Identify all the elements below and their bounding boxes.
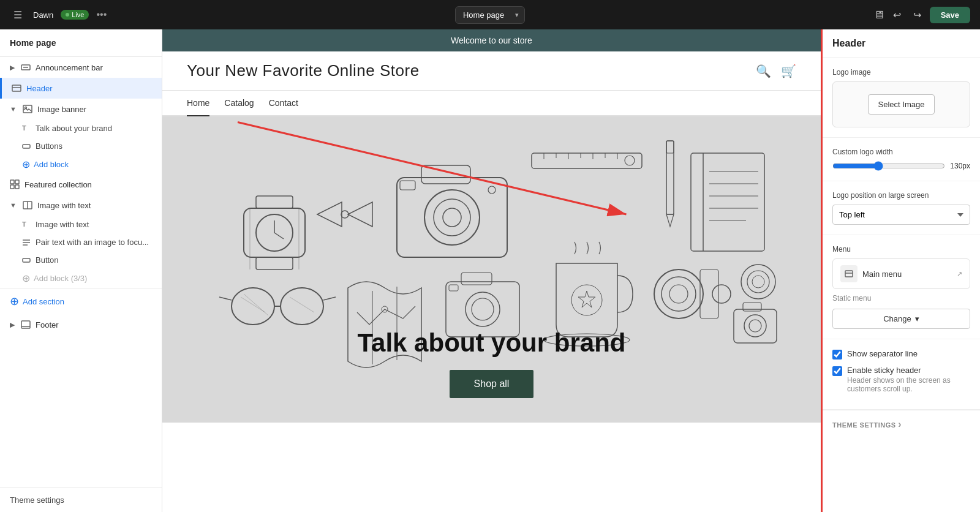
logo-width-value: 130px: [950, 162, 970, 170]
select-image-button[interactable]: Select Image: [868, 94, 935, 115]
svg-marker-45: [666, 214, 674, 227]
text-icon: T: [22, 124, 31, 133]
banner-text-overlay: Talk about your brand Shop all: [358, 328, 626, 398]
logo-position-section: Logo position on large screen Top left T…: [823, 181, 980, 235]
show-separator-checkbox[interactable]: [832, 350, 842, 360]
sub-item-image-with-text[interactable]: T Image with text: [0, 216, 162, 233]
sidebar-item-footer[interactable]: ▶ Footer: [0, 314, 162, 335]
announcement-text: Welcome to our store: [451, 36, 532, 45]
image-banner-preview: Talk about your brand Shop all: [162, 116, 821, 423]
svg-point-68: [472, 298, 494, 320]
svg-line-58: [323, 297, 336, 300]
svg-point-31: [434, 199, 470, 236]
desktop-icon[interactable]: 🖥: [873, 9, 884, 21]
live-label: Live: [72, 11, 84, 18]
menu-label: Menu: [832, 245, 970, 254]
svg-point-79: [744, 315, 766, 337]
theme-settings-section[interactable]: THEME SETTINGS ›: [823, 410, 980, 439]
store-preview: Welcome to our store Your New Favorite O…: [162, 29, 821, 512]
save-button[interactable]: Save: [930, 7, 970, 23]
nav-catalog[interactable]: Catalog: [224, 91, 254, 116]
svg-point-82: [747, 271, 769, 293]
sub-item-button[interactable]: Button: [0, 251, 162, 269]
sidebar-item-featured-collection[interactable]: Featured collection: [0, 174, 162, 195]
menu-item-name: Main menu: [862, 269, 952, 279]
sub-item-pair-text[interactable]: Pair text with an image to focu...: [0, 233, 162, 251]
sidebar-item-header[interactable]: Header: [0, 78, 162, 99]
panel-header: Header: [823, 29, 980, 58]
svg-rect-29: [421, 165, 470, 184]
buttons-icon: [22, 142, 31, 151]
main-layout: Home page ▶ Announcement bar Header ▼ Im…: [0, 29, 980, 512]
chevron-right-icon-footer: ▶: [10, 321, 15, 329]
collapse-icon[interactable]: ›: [898, 419, 902, 429]
search-icon[interactable]: 🔍: [756, 64, 771, 78]
button-icon: [22, 256, 31, 265]
sidebar-title: Home page: [0, 29, 162, 57]
static-menu-label: Static menu: [832, 294, 970, 303]
store-nav: Home Catalog Contact: [162, 91, 821, 116]
cart-icon[interactable]: 🛒: [781, 64, 796, 78]
logo-width-slider[interactable]: [832, 161, 945, 171]
svg-rect-78: [743, 303, 761, 311]
chevron-down-icon: ▼: [10, 105, 17, 113]
topbar: ☰ Dawn Live ••• Home page 🖥 ↩ ↪ Save: [0, 0, 980, 29]
change-button[interactable]: Change ▾: [832, 309, 970, 329]
sub-item-buttons[interactable]: Buttons: [0, 137, 162, 155]
svg-point-55: [281, 288, 323, 325]
svg-point-54: [232, 288, 274, 325]
topbar-right: 🖥 ↩ ↪ Save: [873, 7, 970, 23]
store-name-preview: Your New Favorite Online Store: [187, 61, 420, 80]
topbar-center: Home page: [455, 6, 525, 24]
nav-contact[interactable]: Contact: [269, 91, 298, 116]
sub-item-talk-brand[interactable]: T Talk about your brand: [0, 119, 162, 137]
more-options-icon[interactable]: •••: [96, 9, 107, 20]
logo-position-label: Logo position on large screen: [832, 191, 970, 200]
menu-icon: [845, 269, 853, 278]
menu-item-row: Main menu ↗: [832, 258, 970, 289]
sidebar-item-image-with-text[interactable]: ▼ Image with text: [0, 195, 162, 216]
enable-sticky-checkbox[interactable]: [832, 366, 842, 376]
add-section-button[interactable]: ⊕ Add section: [0, 288, 162, 314]
svg-rect-33: [400, 181, 415, 190]
svg-point-80: [749, 320, 761, 332]
undo-button[interactable]: ↩: [889, 7, 905, 23]
plus-icon: ⊕: [22, 159, 30, 170]
page-selector-wrap: Home page: [455, 6, 525, 24]
banner-title: Talk about your brand: [358, 328, 626, 358]
back-button[interactable]: ☰: [10, 7, 26, 23]
svg-point-73: [662, 277, 696, 311]
sidebar-item-image-banner[interactable]: ▼ Image banner: [0, 99, 162, 119]
topbar-left: ☰ Dawn Live •••: [10, 7, 107, 23]
shop-all-button[interactable]: Shop all: [450, 370, 534, 398]
chevron-down-icon-2: ▼: [10, 201, 17, 209]
sticky-description: Header shows on the screen as customers …: [847, 376, 970, 393]
nav-home[interactable]: Home: [187, 91, 209, 116]
sidebar-item-announcement-bar[interactable]: ▶ Announcement bar: [0, 57, 162, 78]
page-selector[interactable]: Home page: [455, 6, 525, 24]
theme-settings-button[interactable]: Theme settings: [0, 488, 162, 512]
announcement-bar-icon: [21, 62, 31, 72]
enable-sticky-row: Enable sticky header Header shows on the…: [832, 366, 970, 393]
add-block-button[interactable]: ⊕ Add block: [0, 155, 162, 174]
canvas-area: Welcome to our store Your New Favorite O…: [162, 29, 821, 512]
svg-rect-35: [532, 153, 642, 168]
svg-rect-6: [23, 145, 30, 148]
svg-rect-9: [10, 185, 14, 189]
svg-line-24: [274, 233, 284, 239]
store-name-label: Dawn: [33, 10, 53, 20]
redo-button[interactable]: ↪: [910, 7, 925, 23]
header-icons: 🔍 🛒: [756, 64, 796, 78]
grid-icon: [10, 179, 20, 189]
options-section: Show separator line Enable sticky header…: [823, 339, 980, 410]
svg-rect-66: [461, 273, 492, 285]
svg-rect-47: [691, 153, 764, 251]
svg-rect-10: [15, 185, 19, 189]
svg-rect-7: [10, 180, 14, 184]
add-block-limited-button[interactable]: ⊕ Add block (3/3): [0, 269, 162, 288]
sidebar-label-image-with-text: Image with text: [37, 201, 91, 210]
plus-icon-disabled: ⊕: [22, 273, 30, 284]
logo-position-select[interactable]: Top left Top center Middle left Middle c…: [832, 205, 970, 225]
svg-point-76: [712, 285, 731, 303]
show-separator-row: Show separator line: [832, 349, 970, 360]
